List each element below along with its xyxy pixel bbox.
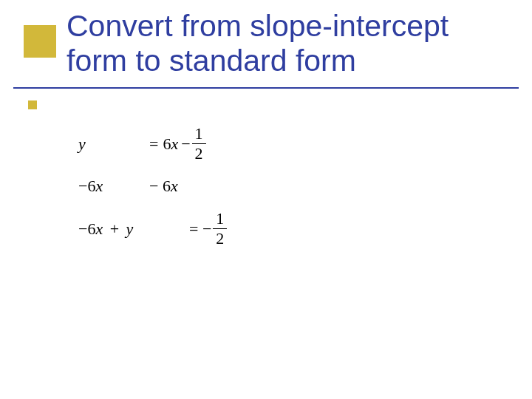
eq3-equals-neg: = − [189,219,211,239]
horizontal-rule [13,87,519,89]
eq1-minus: − [181,134,190,154]
equation-row-1: y = 6x − 1 2 [78,126,228,162]
eq1-term-6x-num: 6 [163,134,171,154]
eq1-frac-num: 1 [192,126,206,144]
bullet-square [28,100,37,109]
eq2-rhs-var: x [171,177,178,196]
title-accent-square [24,25,56,58]
eq3-plus: + [107,219,122,238]
eq3-fraction: 1 2 [213,211,227,247]
eq3-lhs-y: y [126,219,134,238]
math-content: y = 6x − 1 2 −6x − 6x [78,126,228,262]
eq3-frac-den: 2 [213,229,227,247]
eq1-lhs: y [78,134,86,153]
eq1-equals: = [149,134,158,154]
equation-row-3: −6x + y = − 1 2 [78,211,228,247]
eq2-lhs-neg: −6 [78,177,95,195]
eq1-term-6x-var: x [171,134,178,154]
eq3-frac-num: 1 [213,211,227,229]
slide-title: Convert from slope-intercept form to sta… [66,9,517,78]
eq1-frac-den: 2 [192,144,206,162]
eq3-lhs-x: x [95,219,103,238]
eq3-lhs-neg6: −6 [78,219,95,238]
eq2-lhs-var: x [95,177,103,195]
equation-row-2: −6x − 6x [78,177,228,196]
slide: Convert from slope-intercept form to sta… [0,0,532,399]
eq2-rhs-neg: − 6 [149,177,171,196]
eq1-fraction: 1 2 [192,126,206,162]
